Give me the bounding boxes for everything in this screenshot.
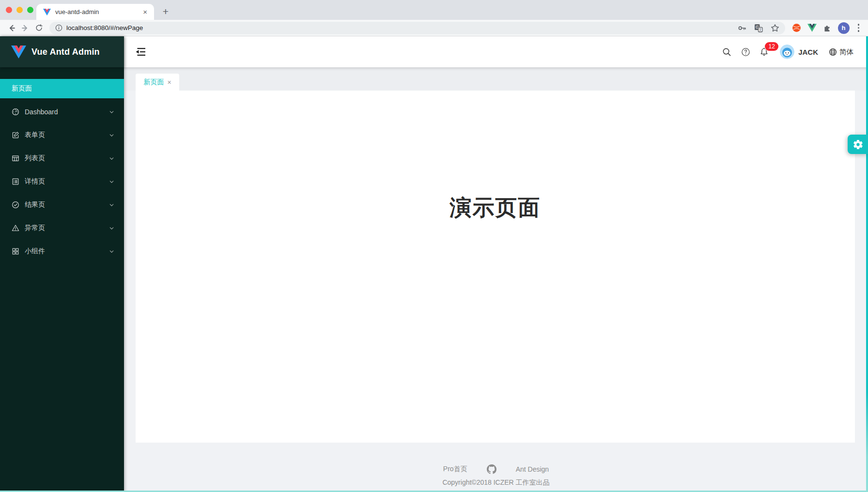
vue-favicon [43,9,51,15]
app-title: Vue Antd Admin [31,47,100,57]
site-info-icon[interactable] [55,24,62,31]
chevron-down-icon [109,226,114,231]
page-footer: Pro首页 Ant Design Copyright©2018 ICZER 工作… [124,443,868,487]
page-tab-new-page[interactable]: 新页面 × [136,74,179,91]
forward-button[interactable] [18,21,32,35]
sidebar-item-label: 小组件 [25,247,109,256]
sidebar-item-label: 结果页 [25,200,109,209]
extensions-puzzle-icon[interactable] [823,24,832,32]
github-icon[interactable] [487,464,496,474]
vue-devtools-icon[interactable] [807,24,817,32]
window-minimize-button[interactable] [16,7,23,13]
password-key-icon[interactable] [738,24,746,32]
check-circle-icon [12,201,19,209]
page-tab-label: 新页面 [143,78,164,87]
chevron-down-icon [109,133,114,138]
content-card: 演示页面 [136,91,855,443]
username[interactable]: JACK [798,48,818,56]
new-tab-button[interactable]: + [159,5,172,18]
globe-icon [829,48,837,56]
main-area: 新页面 × 演示页面 Pro首页 Ant Design Copyright©20… [124,67,868,492]
address-bar[interactable]: localhost:8080/#/newPage G文 [49,22,785,34]
sidebar-item-label: 详情页 [25,177,109,186]
page-tab-close-icon[interactable]: × [167,78,171,86]
sidebar-item-widgets[interactable]: 小组件 [0,242,124,261]
browser-tab-strip: vue-antd-admin × + [0,0,868,20]
chevron-down-icon [109,179,114,184]
translate-icon[interactable]: G文 [754,24,763,32]
settings-drawer-button[interactable] [848,135,868,154]
browser-tab-title: vue-antd-admin [55,8,141,15]
browser-toolbar: localhost:8080/#/newPage G文 [0,20,868,36]
theme-accent-strip-right [866,36,868,492]
sidebar-item-form[interactable]: 表单页 [0,125,124,145]
language-switcher[interactable]: 简体 [829,47,853,57]
browser-tab-close-icon[interactable]: × [141,7,149,16]
sidebar-item-detail[interactable]: 详情页 [0,172,124,191]
sidebar-item-exception[interactable]: 异常页 [0,218,124,238]
chevron-down-icon [109,249,114,254]
notification-badge: 12 [765,42,778,51]
extension-orange-icon[interactable] [792,23,801,32]
profile-icon [12,178,19,185]
appstore-icon [12,247,19,255]
footer-link-antd[interactable]: Ant Design [516,465,549,473]
language-label: 简体 [839,47,853,57]
window-close-button[interactable] [6,7,12,13]
browser-menu-icon[interactable] [856,24,862,32]
traffic-lights [6,7,33,13]
reload-button[interactable] [32,21,46,35]
sidebar-item-label: Dashboard [25,108,109,116]
copyright: Copyright©2018 ICZER 工作室出品 [124,478,868,487]
window-maximize-button[interactable] [27,7,33,13]
gear-icon [852,139,864,150]
notification-bell[interactable]: 12 [760,47,769,57]
browser-chrome: vue-antd-admin × + localhost:8080/#/newP… [0,0,868,36]
search-icon[interactable] [722,47,731,57]
sidebar-item-label: 表单页 [25,131,109,139]
menu-fold-icon[interactable] [136,47,146,57]
chevron-down-icon [109,109,114,115]
browser-tab[interactable]: vue-antd-admin × [36,4,154,20]
app-header: 12 JACK 简体 [124,36,868,67]
sidebar-item-list[interactable]: 列表页 [0,149,124,168]
page-tabs-bar: 新页面 × [124,67,868,91]
help-icon[interactable] [741,47,750,57]
footer-link-pro[interactable]: Pro首页 [443,465,467,474]
app-logo[interactable]: Vue Antd Admin [0,36,124,67]
dashboard-icon [12,108,19,116]
browser-profile-avatar[interactable]: h [838,22,850,34]
warning-icon [12,224,19,232]
table-icon [12,154,19,162]
sidebar-item-new-page[interactable]: 新页面 [0,79,124,98]
sidebar: Vue Antd Admin 新页面 Dashboard 表单页 [0,36,124,492]
chevron-down-icon [109,156,114,161]
app-root: Vue Antd Admin 新页面 Dashboard 表单页 [0,36,868,492]
bookmark-star-icon[interactable] [771,24,779,32]
sidebar-item-result[interactable]: 结果页 [0,195,124,215]
url-text[interactable]: localhost:8080/#/newPage [66,24,738,31]
sidebar-item-dashboard[interactable]: Dashboard [0,102,124,122]
vue-logo-icon [11,46,26,59]
chevron-down-icon [109,202,114,208]
sidebar-item-label: 列表页 [25,154,109,163]
page-title: 演示页面 [136,91,855,222]
sidebar-item-label: 异常页 [25,224,109,232]
svg-text:文: 文 [759,28,762,31]
user-avatar[interactable] [780,45,794,59]
form-icon [12,131,19,139]
sidebar-item-label: 新页面 [12,84,114,93]
back-button[interactable] [5,21,18,35]
sidebar-menu: 新页面 Dashboard 表单页 [0,67,124,261]
